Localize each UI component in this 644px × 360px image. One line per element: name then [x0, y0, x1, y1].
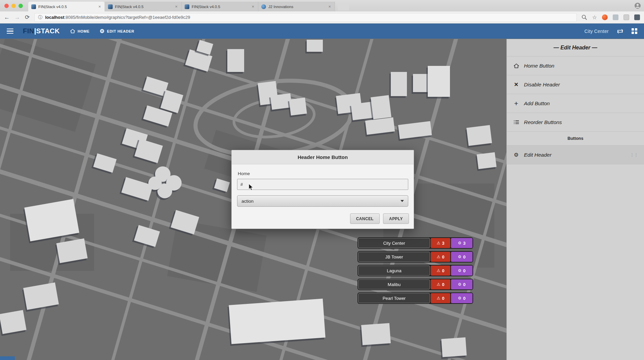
edit-header-sidebar: — Edit Header — Home Button ✕ Disable He… [506, 39, 644, 360]
plus-icon: + [513, 99, 520, 108]
building-name-button[interactable]: Malibu [358, 279, 430, 289]
zoom-window-button[interactable] [18, 4, 23, 8]
home-button[interactable]: HOME [70, 29, 89, 34]
finstack-favicon [108, 4, 113, 9]
sidebar-item-add-button[interactable]: + Add Button [507, 94, 644, 113]
extension-icon-light[interactable] [623, 14, 629, 20]
building-row: City Center ⚠ 3 ⚙ 3 [357, 237, 473, 249]
tab-close-icon[interactable]: × [328, 4, 332, 9]
new-tab-button[interactable] [338, 3, 349, 10]
action-dropdown[interactable]: action [237, 195, 408, 207]
extension-icon-orange[interactable] [602, 14, 608, 20]
warning-icon: ⚠ [437, 269, 441, 273]
gear-icon: ⚙ [513, 152, 520, 158]
back-icon[interactable]: ← [4, 14, 10, 20]
browser-window: FIN|Stack v4.0.5 × FIN|Stack v4.0.5 × FI… [0, 0, 644, 360]
tab-title: FIN|Stack v4.0.5 [192, 5, 249, 9]
gear-icon: ⚙ [458, 255, 462, 259]
bookmark-star-icon[interactable]: ☆ [592, 14, 597, 21]
sidebar-title: — Edit Header — [507, 39, 644, 56]
alarm-badge[interactable]: ⚠ 0 [431, 252, 450, 262]
gear-icon: ⚙ [458, 269, 462, 273]
settings-count: 0 [463, 296, 465, 301]
profile-avatar-icon[interactable] [634, 2, 641, 10]
extension-icon-dark[interactable] [634, 14, 640, 20]
page-info-icon[interactable]: ⓘ [38, 14, 42, 21]
alarm-badge[interactable]: ⚠ 0 [431, 266, 450, 276]
window-controls [4, 4, 23, 8]
building-row: Pearl Tower ⚠ 0 ⚙ 0 [357, 292, 473, 304]
context-label: City Center [584, 29, 609, 34]
warning-icon: ⚠ [437, 282, 441, 286]
header-home-button-dialog: Header Home Button Home action CANCEL AP… [231, 150, 414, 229]
building-name-button[interactable]: City Center [358, 238, 430, 248]
apply-button[interactable]: APPLY [383, 213, 409, 224]
settings-count: 0 [463, 254, 465, 259]
alarm-count: 3 [442, 241, 444, 246]
home-field-input[interactable] [237, 179, 408, 190]
browser-tab-3[interactable]: FIN|Stack v4.0.5 × [182, 2, 258, 11]
settings-count: 3 [463, 241, 465, 246]
action-dropdown-value: action [241, 199, 254, 204]
zoom-icon[interactable] [581, 14, 587, 20]
sync-loop-icon[interactable] [617, 29, 623, 34]
building-row: Malibu ⚠ 0 ⚙ 0 [357, 279, 473, 290]
building-name-button[interactable]: JB Tower [358, 252, 430, 262]
cancel-button[interactable]: CANCEL [350, 213, 380, 224]
edit-header-button-label: EDIT HEADER [107, 29, 134, 33]
bottom-left-blue-element [0, 356, 15, 360]
browser-tab-2[interactable]: FIN|Stack v4.0.5 × [105, 2, 182, 11]
extension-icon-gray[interactable] [613, 14, 618, 20]
url-path: :8085/finMobile/demo#graphics?targetRef=… [64, 15, 190, 20]
settings-badge[interactable]: ⚙ 3 [451, 238, 472, 248]
browser-address-bar: ← → ⟳ ⓘ localhost:8085/finMobile/demo#gr… [0, 11, 644, 24]
close-window-button[interactable] [4, 4, 9, 8]
alarm-badge[interactable]: ⚠ 0 [431, 293, 450, 303]
alarm-count: 0 [442, 296, 444, 301]
menu-icon[interactable] [7, 29, 13, 34]
settings-badge[interactable]: ⚙ 0 [451, 293, 472, 303]
tab-close-icon[interactable]: × [251, 4, 255, 9]
settings-badge[interactable]: ⚙ 0 [451, 279, 472, 289]
alarm-badge[interactable]: ⚠ 3 [431, 238, 450, 248]
gear-icon: ⚙ [458, 282, 462, 286]
reload-icon[interactable]: ⟳ [25, 14, 30, 20]
minimize-window-button[interactable] [11, 4, 16, 8]
edit-header-button[interactable]: ⚙ EDIT HEADER [100, 29, 134, 34]
warning-icon: ⚠ [437, 241, 441, 245]
chevron-down-icon [401, 200, 404, 202]
settings-badge[interactable]: ⚙ 0 [451, 266, 472, 276]
browser-tab-1[interactable]: FIN|Stack v4.0.5 × [28, 2, 105, 11]
alarm-badge[interactable]: ⚠ 0 [431, 279, 450, 289]
tab-close-icon[interactable]: × [98, 4, 102, 9]
sidebar-item-reorder-buttons[interactable]: Reorder Buttons [507, 113, 644, 132]
sidebar-item-label: Edit Header [524, 152, 552, 158]
finstack-app-header: FIN|STACK HOME ⚙ EDIT HEADER City Center [0, 24, 644, 39]
settings-badge[interactable]: ⚙ 0 [451, 252, 472, 262]
building-name-button[interactable]: Laguna [358, 266, 430, 276]
logo-fin: FIN [23, 27, 34, 35]
gear-icon: ⚙ [458, 296, 462, 300]
alarm-count: 0 [442, 282, 444, 287]
building-name-button[interactable]: Pearl Tower [358, 293, 430, 303]
warning-icon: ⚠ [437, 296, 441, 300]
home-field-label: Home [238, 171, 408, 176]
url-field[interactable]: ⓘ localhost:8085/finMobile/demo#graphics… [34, 13, 576, 22]
apps-grid-icon[interactable] [632, 28, 637, 34]
browser-tab-4[interactable]: J2 Innovations × [258, 2, 335, 11]
alarm-count: 0 [442, 268, 444, 273]
finstack-favicon [185, 4, 189, 9]
sidebar-item-label: Add Button [524, 101, 550, 107]
forward-icon[interactable]: → [14, 14, 20, 20]
drag-handle-icon[interactable]: ⋮⋮ [630, 152, 638, 157]
sidebar-item-disable-header[interactable]: ✕ Disable Header [507, 75, 644, 94]
sidebar-item-home-button[interactable]: Home Button [507, 56, 644, 75]
gear-icon: ⚙ [458, 241, 462, 245]
reorder-list-icon [513, 120, 520, 125]
warning-icon: ⚠ [437, 255, 441, 259]
tab-title: J2 Innovations [268, 5, 325, 9]
tab-title: FIN|Stack v4.0.5 [115, 5, 172, 9]
sidebar-item-edit-header[interactable]: ⚙ Edit Header ⋮⋮ [507, 146, 644, 164]
tab-close-icon[interactable]: × [174, 4, 178, 9]
alarm-count: 0 [442, 254, 444, 259]
